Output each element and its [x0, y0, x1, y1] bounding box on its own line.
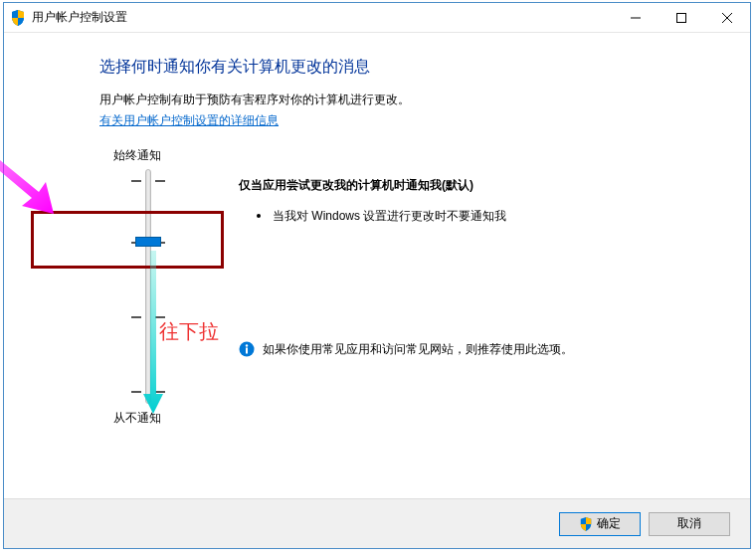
slider-area: 始终通知 从不通知 仅当应用尝试更改我的计算机时通知我(默认) 当我对 Wind… [99, 147, 710, 446]
annotation-text: 往下拉 [159, 318, 219, 345]
info-bullet-text: 当我对 Windows 设置进行更改时不要通知我 [273, 208, 506, 225]
shield-icon [10, 10, 26, 26]
description-text: 用户帐户控制有助于预防有害程序对你的计算机进行更改。 [99, 92, 710, 108]
window-title: 用户帐户控制设置 [32, 9, 613, 26]
footer-bar: 确定 取消 [4, 498, 750, 548]
close-icon [722, 13, 732, 23]
slider-tick [131, 316, 141, 318]
info-panel: 仅当应用尝试更改我的计算机时通知我(默认) 当我对 Windows 设置进行更改… [239, 177, 676, 225]
info-title: 仅当应用尝试更改我的计算机时通知我(默认) [239, 177, 676, 194]
slider-track[interactable] [145, 169, 151, 404]
titlebar: 用户帐户控制设置 [4, 3, 750, 33]
minimize-icon [631, 13, 641, 23]
cancel-button-label: 取消 [677, 515, 701, 532]
svg-rect-3 [246, 348, 248, 354]
slider-tick [131, 391, 141, 393]
close-button[interactable] [704, 3, 750, 33]
slider-tick [155, 391, 165, 393]
svg-point-2 [246, 344, 248, 346]
recommendation-row: 如果你使用常见应用和访问常见网站，则推荐使用此选项。 [239, 340, 627, 358]
recommendation-text: 如果你使用常见应用和访问常见网站，则推荐使用此选项。 [263, 340, 573, 358]
minimize-button[interactable] [613, 3, 659, 33]
slider-bottom-label: 从不通知 [113, 410, 161, 427]
info-bullet-row: 当我对 Windows 设置进行更改时不要通知我 [239, 208, 676, 225]
maximize-icon [676, 13, 686, 23]
annotation-arrow-magenta-icon [0, 124, 54, 214]
svg-rect-0 [677, 14, 686, 23]
slider-thumb[interactable] [135, 237, 161, 247]
ok-button[interactable]: 确定 [559, 512, 641, 536]
cancel-button[interactable]: 取消 [649, 512, 730, 536]
svg-marker-5 [0, 124, 54, 214]
details-link[interactable]: 有关用户帐户控制设置的详细信息 [99, 113, 279, 127]
maximize-button[interactable] [659, 3, 704, 33]
info-icon [239, 341, 255, 357]
shield-icon [579, 517, 593, 531]
uac-settings-window: 用户帐户控制设置 选择何时通知你有关计算机更改的消息 用户帐户控制有助于预防有害… [3, 2, 751, 549]
slider-tick [155, 316, 165, 318]
window-controls [613, 3, 750, 32]
bullet-icon [257, 214, 261, 218]
slider-top-label: 始终通知 [113, 147, 161, 164]
ok-button-label: 确定 [597, 515, 621, 532]
page-heading: 选择何时通知你有关计算机更改的消息 [99, 57, 710, 78]
slider-tick [155, 180, 165, 182]
content-area: 选择何时通知你有关计算机更改的消息 用户帐户控制有助于预防有害程序对你的计算机进… [4, 33, 750, 498]
annotation-highlight-box [31, 211, 224, 269]
slider-tick [131, 180, 141, 182]
